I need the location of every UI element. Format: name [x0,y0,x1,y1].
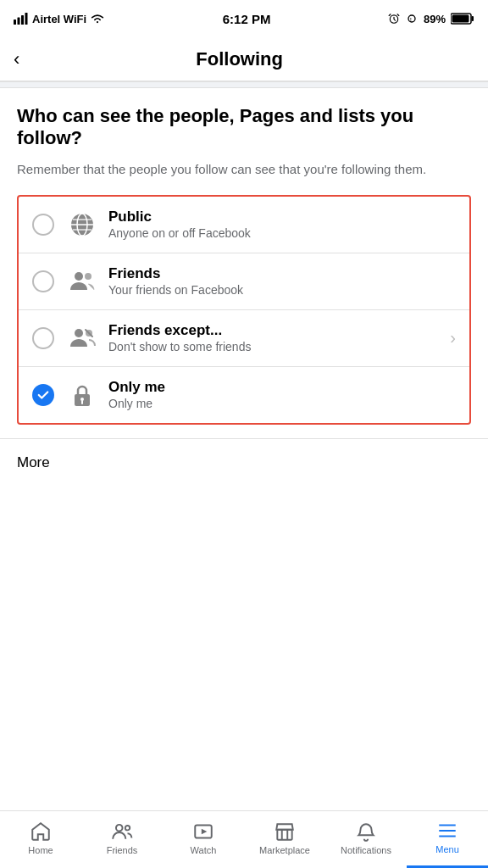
signal-icon [14,13,29,25]
svg-rect-1 [18,18,20,25]
marketplace-icon [274,821,296,843]
svg-rect-2 [21,15,24,25]
header: ‹ Following [0,37,488,81]
option-friends-except-text: Friends except... Don't show to some fri… [108,322,443,353]
svg-text:!: ! [410,17,412,22]
nav-home-label: Home [28,845,53,855]
option-public-sublabel: Anyone on or off Facebook [108,226,456,240]
option-friends-text: Friends Your friends on Facebook [108,265,456,297]
option-friends-label: Friends [108,265,456,282]
svg-rect-3 [25,13,28,25]
option-public-label: Public [108,209,456,225]
more-label: More [17,454,50,470]
nav-notifications-label: Notifications [341,845,391,855]
status-carrier: Airtel WiFi [14,13,105,25]
option-friends-except-sublabel: Don't show to some friends [108,340,443,353]
nav-notifications[interactable]: Notifications [325,811,407,868]
carrier-label: Airtel WiFi [32,13,86,25]
svg-point-15 [75,272,83,281]
watch-icon [192,821,214,843]
svg-rect-0 [14,19,16,25]
options-container: Public Anyone on or off Facebook Friends… [17,195,471,425]
nav-friends-label: Friends [107,845,138,855]
nav-friends-icon [111,821,133,843]
option-friends-except[interactable]: Friends except... Don't show to some fri… [19,310,469,367]
svg-rect-9 [452,15,469,23]
option-only-me-text: Only me Only me [108,379,456,410]
friends-icon [66,265,98,298]
alarm-icon [388,13,400,25]
menu-icon [436,820,458,842]
lock-icon [66,379,98,411]
battery-label: 89% [424,13,446,25]
wifi-icon [90,13,105,25]
svg-marker-26 [202,829,208,835]
svg-rect-8 [472,16,474,21]
nav-friends[interactable]: Friends [81,811,163,868]
bell-icon [355,821,377,843]
option-friends[interactable]: Friends Your friends on Facebook [19,253,469,310]
status-bar: Airtel WiFi 6:12 PM ! 89% [0,0,488,37]
globe-icon [66,209,98,241]
main-content: Who can see the people, Pages and lists … [0,88,488,438]
chevron-right-icon: › [450,328,456,348]
option-friends-except-label: Friends except... [108,322,443,339]
more-section[interactable]: More [0,438,488,487]
bottom-nav: Home Friends Watch Marketplace [0,810,488,868]
option-public[interactable]: Public Anyone on or off Facebook [19,197,469,253]
option-only-me[interactable]: Only me Only me [19,367,469,423]
svg-point-5 [408,15,415,22]
svg-point-23 [116,825,123,832]
nav-marketplace-label: Marketplace [259,845,310,855]
nav-menu[interactable]: Menu [407,811,488,868]
option-friends-sublabel: Your friends on Facebook [108,283,456,297]
status-time: 6:12 PM [223,12,271,26]
svg-point-17 [75,329,83,337]
svg-point-16 [85,273,92,280]
option-only-me-sublabel: Only me [108,397,456,410]
friends-except-icon [66,322,98,354]
alert-icon: ! [405,13,419,25]
page-title: Following [30,48,449,70]
radio-public [32,214,54,236]
nav-watch-label: Watch [191,845,217,855]
option-public-text: Public Anyone on or off Facebook [108,209,456,240]
svg-point-24 [125,826,130,830]
option-only-me-label: Only me [108,379,456,396]
home-icon [30,821,52,843]
svg-rect-27 [277,830,291,840]
back-button[interactable]: ‹ [14,48,30,70]
nav-home[interactable]: Home [0,811,81,868]
radio-only-me [32,384,54,406]
radio-friends-except [32,327,54,349]
section-title: Who can see the people, Pages and lists … [17,105,471,150]
section-description: Remember that the people you follow can … [17,160,471,178]
status-right: ! 89% [388,13,474,25]
radio-friends [32,270,54,292]
section-divider [0,81,488,88]
battery-icon [451,13,474,25]
nav-menu-label: Menu [435,844,459,854]
nav-watch[interactable]: Watch [163,811,244,868]
nav-marketplace[interactable]: Marketplace [244,811,325,868]
